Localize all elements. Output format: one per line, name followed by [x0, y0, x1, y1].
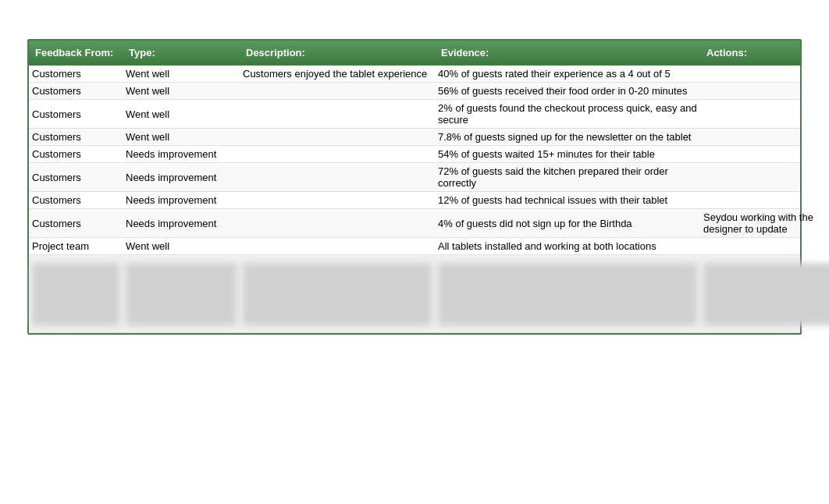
table-header-row: Feedback From: Type: Description: Eviden… — [29, 41, 800, 66]
table-row-blurred — [29, 255, 800, 333]
header-evidence: Evidence: — [438, 45, 703, 60]
table-row: Customers Needs improvement 4% of guests… — [29, 209, 800, 238]
cell-actions: Seydou working with the designer to upda… — [700, 209, 829, 237]
table-row: Project team Went well All tablets insta… — [29, 238, 800, 255]
cell-type: Needs improvement — [123, 146, 240, 162]
table-row: Customers Needs improvement 12% of guest… — [29, 192, 800, 209]
cell-description — [240, 244, 435, 249]
blurred-cell — [438, 263, 697, 325]
cell-type: Went well — [123, 106, 240, 122]
cell-feedback-from: Customers — [29, 215, 123, 232]
cell-evidence: 7.8% of guests signed up for the newslet… — [435, 129, 700, 145]
cell-evidence: 72% of guests said the kitchen prepared … — [435, 163, 700, 191]
cell-description: Customers enjoyed the tablet experience — [240, 66, 435, 82]
header-actions: Actions: — [703, 45, 829, 60]
cell-evidence: 40% of guests rated their experience as … — [435, 66, 700, 82]
cell-actions — [700, 89, 829, 94]
table-row: Customers Needs improvement 54% of guest… — [29, 146, 800, 163]
cell-description — [240, 135, 435, 140]
cell-description — [240, 175, 435, 179]
header-feedback-from: Feedback From: — [32, 45, 126, 60]
cell-evidence: 12% of guests had technical issues with … — [435, 192, 700, 208]
cell-feedback-from: Customers — [29, 106, 123, 122]
cell-type: Went well — [123, 66, 240, 82]
header-type: Type: — [126, 45, 243, 60]
table-row: Customers Went well 56% of guests receiv… — [29, 83, 800, 100]
table-row: Customers Went well 2% of guests found t… — [29, 100, 800, 129]
table-row: Customers Went well 7.8% of guests signe… — [29, 129, 800, 146]
blurred-cell — [126, 263, 237, 325]
cell-description — [240, 89, 435, 94]
cell-actions — [700, 175, 829, 179]
blurred-cell — [703, 263, 829, 325]
cell-type: Needs improvement — [123, 215, 240, 232]
cell-feedback-from: Customers — [29, 83, 123, 99]
cell-type: Needs improvement — [123, 169, 240, 186]
cell-feedback-from: Customers — [29, 66, 123, 82]
cell-evidence: 2% of guests found the checkout process … — [435, 100, 700, 128]
cell-type: Went well — [123, 129, 240, 145]
cell-actions — [700, 198, 829, 203]
header-description: Description: — [243, 45, 438, 60]
cell-actions — [700, 152, 829, 157]
cell-actions — [700, 135, 829, 140]
table-body: Customers Went well Customers enjoyed th… — [29, 66, 800, 333]
cell-feedback-from: Customers — [29, 192, 123, 208]
cell-type: Went well — [123, 83, 240, 99]
cell-description — [240, 198, 435, 203]
cell-type: Needs improvement — [123, 192, 240, 208]
cell-feedback-from: Customers — [29, 146, 123, 162]
cell-evidence: 54% of guests waited 15+ minutes for the… — [435, 146, 700, 162]
cell-actions — [700, 112, 829, 116]
cell-actions — [700, 72, 829, 76]
cell-feedback-from: Customers — [29, 169, 123, 186]
cell-description — [240, 221, 435, 225]
cell-actions — [700, 244, 829, 249]
cell-description — [240, 112, 435, 116]
table-row: Customers Needs improvement 72% of guest… — [29, 163, 800, 192]
cell-evidence: 56% of guests received their food order … — [435, 83, 700, 99]
cell-description — [240, 152, 435, 157]
cell-type: Went well — [123, 238, 240, 254]
cell-feedback-from: Project team — [29, 238, 123, 254]
feedback-table: Feedback From: Type: Description: Eviden… — [27, 39, 802, 335]
blurred-cell — [32, 263, 119, 325]
cell-evidence: 4% of guests did not sign up for the Bir… — [435, 215, 700, 232]
cell-evidence: All tablets installed and working at bot… — [435, 238, 700, 254]
blurred-cell — [243, 263, 432, 325]
table-row: Customers Went well Customers enjoyed th… — [29, 66, 800, 83]
cell-feedback-from: Customers — [29, 129, 123, 145]
